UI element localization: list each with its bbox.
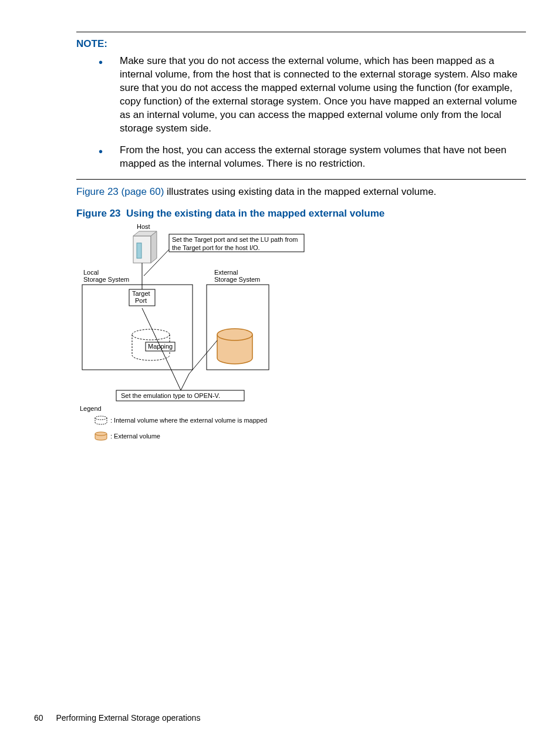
page-number: 60 bbox=[34, 713, 43, 723]
top-rule bbox=[76, 32, 526, 32]
note-list: Make sure that you do not access the ext… bbox=[99, 55, 526, 171]
svg-line-15 bbox=[142, 308, 173, 374]
diagram-mapping-label: Mapping bbox=[148, 343, 173, 350]
diagram-target-label-2: Port bbox=[135, 297, 147, 304]
diagram-legend-internal: : Internal volume where the external vol… bbox=[110, 417, 267, 424]
figure-label: Figure 23 bbox=[76, 208, 121, 219]
body-paragraph: Figure 23 (page 60) illustrates using ex… bbox=[76, 185, 526, 199]
diagram-target-label-1: Target bbox=[132, 290, 150, 297]
diagram-external-label-2: Storage System bbox=[214, 276, 260, 283]
diagram-legend-external: : External volume bbox=[110, 433, 160, 440]
svg-line-19 bbox=[181, 374, 189, 390]
figure-diagram: Host Set the Target port and set the LU … bbox=[76, 223, 346, 458]
page-footer: 60 Performing External Storage operation… bbox=[34, 713, 200, 723]
diagram-callout-emulation: Set the emulation type to OPEN-V. bbox=[121, 392, 220, 399]
svg-point-10 bbox=[132, 329, 170, 340]
svg-marker-5 bbox=[151, 231, 157, 263]
svg-point-13 bbox=[217, 329, 252, 340]
bottom-rule bbox=[76, 179, 526, 180]
svg-line-18 bbox=[173, 374, 181, 390]
diagram-legend-title: Legend bbox=[80, 405, 102, 412]
paragraph-rest: illustrates using existing data in the m… bbox=[164, 186, 436, 197]
diagram-external-label-1: External bbox=[214, 269, 238, 276]
svg-point-24 bbox=[95, 432, 107, 436]
note-heading: NOTE: bbox=[76, 38, 526, 50]
diagram-host-label: Host bbox=[137, 223, 150, 230]
diagram-callout-ports: Set the Target port and set the LU path … bbox=[172, 236, 301, 251]
svg-line-16 bbox=[189, 340, 217, 374]
svg-rect-3 bbox=[133, 236, 151, 263]
diagram-local-label-1: Local bbox=[83, 269, 99, 276]
footer-section: Performing External Storage operations bbox=[56, 713, 200, 723]
figure-caption: Figure 23 Using the existing data in the… bbox=[76, 208, 526, 220]
svg-point-21 bbox=[95, 416, 107, 420]
figure-crossref-link[interactable]: Figure 23 (page 60) bbox=[76, 186, 164, 197]
figure-title: Using the existing data in the mapped ex… bbox=[126, 208, 384, 219]
diagram-local-label-2: Storage System bbox=[83, 276, 129, 283]
svg-rect-6 bbox=[137, 243, 141, 258]
note-item: From the host, you can access the extern… bbox=[99, 144, 526, 171]
note-item: Make sure that you do not access the ext… bbox=[99, 55, 526, 136]
